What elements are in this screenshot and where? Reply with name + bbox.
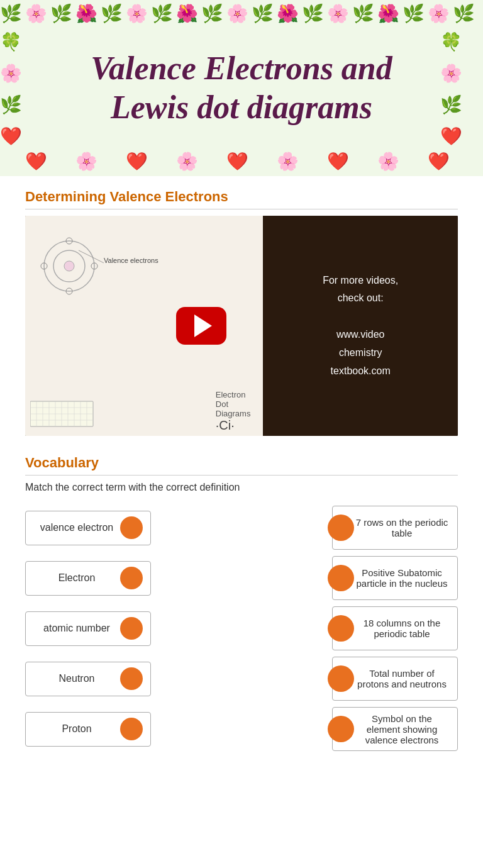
video-left-panel: Valence electrons periodic table bbox=[25, 216, 263, 436]
term-dot-5[interactable] bbox=[120, 718, 143, 740]
video-thumbnail: Valence electrons periodic table bbox=[25, 216, 458, 436]
term-label-1: valence electron bbox=[33, 522, 120, 533]
term-label-4: Neutron bbox=[33, 673, 120, 684]
def-text-1: 7 rows on the periodic table bbox=[354, 517, 450, 538]
video-right-panel: For more videos, check out: www.video ch… bbox=[263, 216, 458, 436]
def-box-1[interactable]: 7 rows on the periodic table bbox=[332, 506, 458, 550]
vocab-section: Vocabulary Match the correct term with t… bbox=[25, 455, 458, 751]
svg-text:Valence electrons: Valence electrons bbox=[104, 257, 158, 264]
term-box-3[interactable]: atomic number bbox=[25, 611, 151, 646]
def-box-4[interactable]: Total number of protons and neutrons bbox=[332, 657, 458, 701]
def-dot-1[interactable] bbox=[328, 515, 354, 541]
vocab-description: Match the correct term with the correct … bbox=[25, 482, 458, 493]
video-text-line2: check out: bbox=[338, 292, 384, 303]
def-dot-3[interactable] bbox=[328, 615, 354, 642]
svg-point-2 bbox=[64, 261, 74, 271]
term-dot-1[interactable] bbox=[120, 516, 143, 539]
def-text-2: Positive Subatomic particle in the nucle… bbox=[354, 567, 450, 589]
header-title: Valence Electrons and Lewis dot diagrams bbox=[53, 36, 430, 140]
def-text-5: Symbol on the element showing valence el… bbox=[354, 713, 450, 745]
term-box-5[interactable]: Proton bbox=[25, 712, 151, 747]
matching-row-3: atomic number 18 columns on the periodic… bbox=[25, 606, 458, 650]
def-text-4: Total number of protons and neutrons bbox=[354, 668, 450, 689]
def-box-5[interactable]: Symbol on the element showing valence el… bbox=[332, 707, 458, 751]
video-url2: chemistry bbox=[339, 347, 382, 358]
def-dot-4[interactable] bbox=[328, 665, 354, 692]
def-text-3: 18 columns on the periodic table bbox=[354, 618, 450, 639]
video-url1: www.video bbox=[336, 329, 384, 340]
def-dot-2[interactable] bbox=[328, 565, 354, 591]
matching-row-2: Electron Positive Subatomic particle in … bbox=[25, 556, 458, 600]
term-box-4[interactable]: Neutron bbox=[25, 662, 151, 696]
matching-row-4: Neutron Total number of protons and neut… bbox=[25, 657, 458, 701]
term-label-5: Proton bbox=[33, 723, 120, 735]
matching-row-1: valence electron 7 rows on the periodic … bbox=[25, 506, 458, 550]
term-box-1[interactable]: valence electron bbox=[25, 511, 151, 545]
vocab-title: Vocabulary bbox=[25, 455, 458, 476]
video-container[interactable]: Valence electrons periodic table bbox=[25, 216, 458, 436]
matching-row-5: Proton Symbol on the element showing val… bbox=[25, 707, 458, 751]
video-url3: textbook.com bbox=[331, 365, 391, 376]
matching-container: valence electron 7 rows on the periodic … bbox=[25, 506, 458, 751]
term-label-2: Electron bbox=[33, 572, 120, 584]
def-box-2[interactable]: Positive Subatomic particle in the nucle… bbox=[332, 556, 458, 600]
term-dot-4[interactable] bbox=[120, 667, 143, 690]
def-box-3[interactable]: 18 columns on the periodic table bbox=[332, 606, 458, 650]
term-label-3: atomic number bbox=[33, 623, 120, 634]
term-dot-3[interactable] bbox=[120, 617, 143, 640]
play-button[interactable] bbox=[176, 307, 226, 345]
header-banner: 🌿 🌸 🌿 🌺 🌿 🌸 🌿 🌺 🌿 🌸 🌿 🌺 🌿 🌸 🌿 🌺 🌿 🌸 🌿 🍀 … bbox=[0, 0, 483, 176]
section1-title: Determining Valence Electrons bbox=[25, 189, 458, 209]
term-dot-2[interactable] bbox=[120, 567, 143, 589]
video-text-line1: For more videos, bbox=[323, 275, 398, 286]
term-box-2[interactable]: Electron bbox=[25, 561, 151, 596]
def-dot-5[interactable] bbox=[328, 716, 354, 742]
main-content: Determining Valence Electrons Valence el… bbox=[0, 176, 483, 764]
